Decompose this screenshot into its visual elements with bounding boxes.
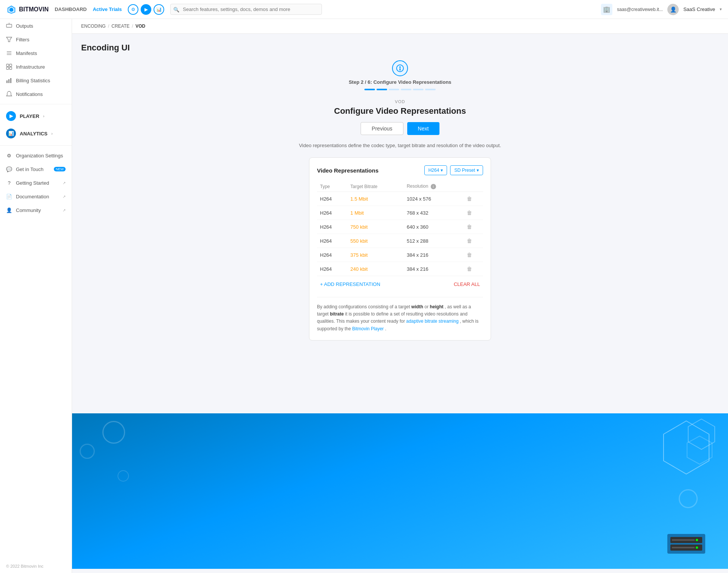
breadcrumb-sep-2: /: [132, 24, 133, 29]
notifications-icon: [6, 91, 12, 97]
sidebar-item-documentation[interactable]: 📄 Documentation ↗: [0, 190, 72, 203]
dashboard-nav-item[interactable]: DASHBOARD: [55, 6, 87, 12]
sidebar-item-filters[interactable]: Filters: [0, 33, 72, 46]
bitmovin-player-link[interactable]: Bitmovin Player: [352, 326, 384, 331]
cell-type-2: H264: [317, 220, 347, 234]
svg-rect-9: [6, 64, 9, 66]
adaptive-bitrate-link[interactable]: adaptive bitrate streaming: [406, 319, 458, 324]
center-content: VOD Configure Video Representations Prev…: [81, 99, 719, 341]
analytics-nav-icon[interactable]: 📊: [154, 4, 164, 15]
cell-bitrate-1: 1 Mbit: [347, 206, 404, 220]
analytics-section-icon: 📊: [6, 129, 16, 138]
breadcrumb-encoding[interactable]: ENCODING: [81, 24, 106, 29]
page-body: Encoding UI Step 2 / 6: Configure Video …: [72, 34, 728, 350]
sidebar-item-billing-statistics[interactable]: Billing Statistics: [0, 74, 72, 87]
sidebar-item-outputs[interactable]: Outputs: [0, 19, 72, 33]
add-representation-link[interactable]: + ADD REPRESENTATION: [320, 281, 380, 287]
sidebar-item-community[interactable]: 👤 Community ↗: [0, 203, 72, 217]
step-dot-2: [377, 89, 387, 90]
clear-all-link[interactable]: CLEAR ALL: [454, 281, 480, 287]
delete-row-button-5[interactable]: 🗑: [467, 266, 472, 272]
table-row: H264 1.5 Mbit 1024 x 576 🗑: [317, 192, 483, 206]
resolution-info-icon[interactable]: i: [431, 184, 436, 189]
step-icon: [396, 64, 404, 72]
logo[interactable]: BITMOVIN: [6, 4, 49, 15]
table-row: H264 240 kbit 384 x 216 🗑: [317, 262, 483, 276]
preset-dropdown[interactable]: SD Preset ▾: [450, 165, 483, 175]
cell-delete-5: 🗑: [464, 262, 483, 276]
user-dropdown-caret[interactable]: ▾: [720, 7, 722, 12]
community-ext-icon: ↗: [63, 208, 66, 212]
user-email: saas@creativeweb.it...: [617, 7, 663, 12]
sidebar-item-infrastructure[interactable]: Infrastructure: [0, 60, 72, 74]
svg-marker-5: [6, 37, 12, 42]
sidebar-item-get-in-touch[interactable]: 💬 Get in Touch NEW: [0, 162, 72, 176]
sidebar-item-getting-started[interactable]: ? Getting Started ↗: [0, 176, 72, 190]
settings-nav-icon[interactable]: ⚙: [128, 4, 138, 15]
add-clear-row: + ADD REPRESENTATION CLEAR ALL: [317, 276, 483, 291]
delete-row-button-1[interactable]: 🗑: [467, 210, 472, 216]
svg-rect-15: [10, 78, 11, 83]
svg-rect-14: [8, 79, 9, 83]
sidebar-item-manifests[interactable]: Manifests: [0, 46, 72, 60]
manifests-label: Manifests: [16, 50, 66, 56]
codec-dropdown[interactable]: H264 ▾: [424, 165, 447, 175]
sidebar: Outputs Filters Manifests Infrastructure…: [0, 19, 72, 573]
nav-right: 🏢 saas@creativeweb.it... 👤 SaaS Creative…: [601, 4, 722, 15]
codec-dropdown-arrow: ▾: [441, 168, 443, 173]
sidebar-item-org-settings[interactable]: ⚙ Organization Settings: [0, 149, 72, 162]
step-text: Step 2 / 6: Configure Video Representati…: [349, 79, 452, 85]
next-button[interactable]: Next: [407, 122, 439, 135]
server-rack-decoration: [667, 534, 705, 554]
org-icon[interactable]: 🏢: [601, 4, 612, 15]
vod-label: VOD: [395, 99, 405, 104]
search-input[interactable]: [170, 4, 322, 15]
user-name: SaaS Creative: [683, 6, 715, 12]
svg-rect-3: [6, 24, 12, 27]
step-indicator: Step 2 / 6: Configure Video Representati…: [81, 60, 719, 90]
info-text-1: By adding configurations consisting of a…: [317, 304, 411, 309]
breadcrumb-create[interactable]: CREATE: [111, 24, 130, 29]
description-text: Video representations define the codec t…: [299, 143, 501, 148]
info-box: By adding configurations consisting of a…: [317, 297, 483, 333]
billing-statistics-label: Billing Statistics: [16, 78, 66, 83]
svg-rect-12: [9, 67, 12, 69]
delete-row-button-3[interactable]: 🗑: [467, 238, 472, 244]
col-resolution: Resolution i: [404, 181, 464, 192]
documentation-label: Documentation: [16, 194, 57, 199]
sidebar-analytics-section[interactable]: 📊 ANALYTICS ›: [0, 125, 72, 142]
cell-delete-4: 🗑: [464, 248, 483, 262]
getting-started-icon: ?: [6, 180, 12, 186]
sidebar-item-notifications[interactable]: Notifications: [0, 87, 72, 101]
delete-row-button-0[interactable]: 🗑: [467, 196, 472, 202]
sidebar-player-section[interactable]: ▶ PLAYER ›: [0, 107, 72, 125]
community-icon: 👤: [6, 207, 12, 213]
top-navigation: BITMOVIN DASHBOARD Active Trials ⚙ ▶ 📊 🔍…: [0, 0, 728, 19]
cell-resolution-0: 1024 x 576: [404, 192, 464, 206]
page-title: Encoding UI: [81, 43, 719, 53]
svg-marker-18: [664, 421, 709, 474]
cell-type-0: H264: [317, 192, 347, 206]
table-row: H264 1 Mbit 768 x 432 🗑: [317, 206, 483, 220]
previous-button[interactable]: Previous: [361, 122, 403, 135]
cell-type-1: H264: [317, 206, 347, 220]
cell-resolution-2: 640 x 360: [404, 220, 464, 234]
play-nav-icon[interactable]: ▶: [141, 4, 151, 15]
info-bold-width: width: [411, 304, 423, 309]
delete-row-button-4[interactable]: 🗑: [467, 252, 472, 258]
codec-dropdown-label: H264: [428, 168, 439, 173]
outputs-label: Outputs: [16, 23, 66, 29]
cell-bitrate-3: 550 kbit: [347, 234, 404, 248]
svg-marker-19: [688, 419, 715, 449]
active-trials-nav-item[interactable]: Active Trials: [93, 6, 122, 12]
delete-row-button-2[interactable]: 🗑: [467, 224, 472, 230]
manifests-icon: [6, 50, 12, 56]
cell-bitrate-4: 375 kbit: [347, 248, 404, 262]
step-dot-6: [425, 89, 436, 90]
cell-delete-1: 🗑: [464, 206, 483, 220]
get-in-touch-label: Get in Touch: [16, 166, 49, 172]
table-body: H264 1.5 Mbit 1024 x 576 🗑 H264 1 Mbit 7…: [317, 192, 483, 276]
new-badge: NEW: [54, 167, 66, 171]
breadcrumb-sep-1: /: [108, 24, 109, 29]
get-in-touch-icon: 💬: [6, 166, 12, 172]
